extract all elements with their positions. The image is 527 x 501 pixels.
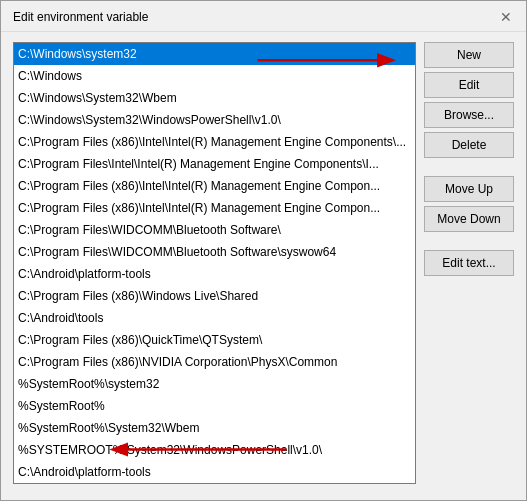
browse-button[interactable]: Browse... — [424, 102, 514, 128]
list-item[interactable]: C:\Program Files\WIDCOMM\Bluetooth Softw… — [14, 219, 415, 241]
list-item[interactable]: %SystemRoot% — [14, 395, 415, 417]
delete-button[interactable]: Delete — [424, 132, 514, 158]
env-list-box[interactable]: C:\Windows\system32C:\WindowsC:\Windows\… — [14, 43, 415, 483]
list-item[interactable]: C:\Android\platform-tools — [14, 263, 415, 285]
move-up-button[interactable]: Move Up — [424, 176, 514, 202]
list-item[interactable]: C:\Program Files (x86)\NVIDIA Corporatio… — [14, 351, 415, 373]
spacer2 — [424, 236, 514, 246]
title-bar: Edit environment variable ✕ — [1, 1, 526, 32]
new-button[interactable]: New — [424, 42, 514, 68]
list-item[interactable]: C:\Android\platform-tools — [14, 461, 415, 483]
list-item[interactable]: C:\Program Files\Intel\Intel(R) Manageme… — [14, 153, 415, 175]
edit-button[interactable]: Edit — [424, 72, 514, 98]
edit-env-variable-dialog: Edit environment variable ✕ C:\Windows\s… — [0, 0, 527, 501]
close-button[interactable]: ✕ — [498, 9, 514, 25]
move-down-button[interactable]: Move Down — [424, 206, 514, 232]
dialog-content: C:\Windows\system32C:\WindowsC:\Windows\… — [1, 32, 526, 494]
list-item[interactable]: C:\Program Files (x86)\Windows Live\Shar… — [14, 285, 415, 307]
list-item[interactable]: C:\Program Files (x86)\Intel\Intel(R) Ma… — [14, 197, 415, 219]
env-list-container: C:\Windows\system32C:\WindowsC:\Windows\… — [13, 42, 416, 484]
list-item[interactable]: C:\Windows\system32 — [14, 43, 415, 65]
list-item[interactable]: C:\Program Files (x86)\Intel\Intel(R) Ma… — [14, 131, 415, 153]
list-item[interactable]: C:\Program Files (x86)\Intel\Intel(R) Ma… — [14, 175, 415, 197]
list-item[interactable]: %SYSTEMROOT%\System32\WindowsPowerShell\… — [14, 439, 415, 461]
dialog-title: Edit environment variable — [13, 10, 148, 24]
list-item[interactable]: C:\Windows\System32\Wbem — [14, 87, 415, 109]
list-item[interactable]: C:\Program Files\WIDCOMM\Bluetooth Softw… — [14, 241, 415, 263]
edit-text-button[interactable]: Edit text... — [424, 250, 514, 276]
list-item[interactable]: C:\Windows — [14, 65, 415, 87]
buttons-panel: New Edit Browse... Delete Move Up Move D… — [424, 42, 514, 484]
footer-bar: OK Cancel — [1, 494, 526, 501]
spacer1 — [424, 162, 514, 172]
list-item[interactable]: %SystemRoot%\system32 — [14, 373, 415, 395]
list-item[interactable]: C:\Program Files (x86)\QuickTime\QTSyste… — [14, 329, 415, 351]
list-item[interactable]: C:\Android\tools — [14, 307, 415, 329]
list-item[interactable]: C:\Windows\System32\WindowsPowerShell\v1… — [14, 109, 415, 131]
list-item[interactable]: %SystemRoot%\System32\Wbem — [14, 417, 415, 439]
